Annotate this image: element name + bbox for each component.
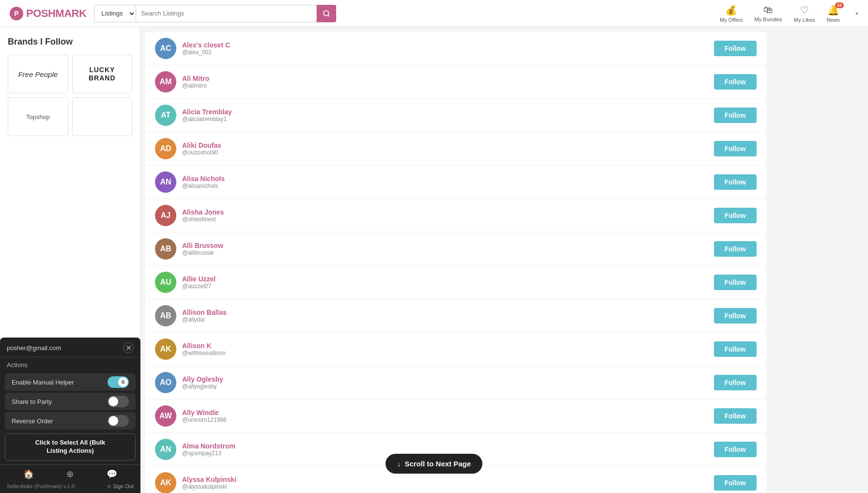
logo-text: POSHMARK <box>26 7 86 20</box>
logo[interactable]: P POSHMARK <box>10 7 86 20</box>
panel-section-title: Actions <box>0 357 140 371</box>
chat-icon[interactable]: 💬 <box>107 469 117 479</box>
follow-button[interactable]: Follow <box>714 141 757 156</box>
user-avatar: AC <box>155 38 176 59</box>
follow-button[interactable]: Follow <box>714 41 757 56</box>
user-info: Aliki Doufas @ouzoshot90 <box>182 141 714 156</box>
follow-button[interactable]: Follow <box>714 308 757 324</box>
user-row: AM Ali Mitro @alimitro Follow <box>145 65 766 99</box>
follow-button[interactable]: Follow <box>714 208 757 223</box>
user-handle: @alex_001 <box>182 49 714 56</box>
user-name: Alli Brussow <box>182 242 714 249</box>
home-icon[interactable]: 🏠 <box>23 469 34 479</box>
user-avatar: AM <box>155 71 176 92</box>
scroll-label: Scroll to Next Page <box>404 460 471 468</box>
user-row: AO Ally Oglesby @allyoglesby Follow <box>145 366 766 400</box>
brand-name-topshop: Topshop <box>26 113 50 121</box>
user-info: Allison Ballas @allydar <box>182 308 714 323</box>
user-handle: @ouzoshot90 <box>182 149 714 156</box>
user-list: AC Alex's closet C @alex_001 Follow AM A… <box>145 32 766 493</box>
user-avatar: AK <box>155 339 176 360</box>
share-party-toggle[interactable] <box>108 396 129 407</box>
reverse-order-label: Reverse Order <box>12 417 53 425</box>
likes-icon: ♡ <box>800 4 809 16</box>
follow-button[interactable]: Follow <box>714 475 757 491</box>
follow-button[interactable]: Follow <box>714 108 757 123</box>
follow-button[interactable]: Follow <box>714 74 757 90</box>
brand-grid: Free People LUCKYBRAND Topshop <box>8 55 132 136</box>
user-info: Ali Mitro @alimitro <box>182 75 714 89</box>
search-type-dropdown[interactable]: Listings People Brands <box>94 5 136 22</box>
nav-likes-label: My Likes <box>794 17 815 23</box>
user-handle: @auzzel27 <box>182 283 714 290</box>
search-input[interactable] <box>136 5 317 22</box>
header: P POSHMARK Listings People Brands 💰 My O… <box>0 0 868 27</box>
manual-helper-toggle[interactable]: ① <box>108 376 129 388</box>
nav-my-bundles[interactable]: 🛍 My Bundles <box>755 4 782 22</box>
brand-lucky[interactable]: LUCKYBRAND <box>72 55 133 93</box>
user-info: Alisa Nichols @alisanichols <box>182 175 714 189</box>
panel-email: posher@gmail.com <box>7 344 61 352</box>
user-info: Alisha Jones @ohiosfinest <box>182 208 714 223</box>
enable-manual-helper-row: Enable Manual Helper ① <box>5 373 136 391</box>
nav-bundles-label: My Bundles <box>755 16 782 22</box>
user-avatar: AO <box>155 372 176 393</box>
toggle-knob: ① <box>118 377 128 387</box>
search-button[interactable] <box>317 5 336 22</box>
user-handle: @ohiosfinest <box>182 216 714 223</box>
user-name: Alisa Nichols <box>182 175 714 183</box>
follow-button[interactable]: Follow <box>714 241 757 257</box>
news-badge: 33 <box>835 2 844 8</box>
follow-button[interactable]: Follow <box>714 275 757 290</box>
nav-my-likes[interactable]: ♡ My Likes <box>794 4 815 23</box>
user-avatar: AN <box>155 439 176 460</box>
follow-button[interactable]: Follow <box>714 442 757 457</box>
follow-button[interactable]: Follow <box>714 174 757 190</box>
sidebar-title: Brands I Follow <box>8 37 132 47</box>
share-to-party-row: Share to Party <box>5 393 136 410</box>
search-area: Listings People Brands <box>94 5 336 22</box>
user-info: Ally Windle @unicorn121986 <box>182 409 714 423</box>
reverse-order-toggle[interactable] <box>108 415 129 427</box>
panel-header: posher@gmail.com ✕ <box>0 338 140 357</box>
brand-name-free-people: Free People <box>18 70 58 78</box>
follow-button[interactable]: Follow <box>714 341 757 357</box>
nav-my-offers[interactable]: 💰 My Offers <box>720 4 743 23</box>
user-info: Alicia Tremblay @aliciatremblay1 <box>182 108 714 123</box>
brand-name-lucky: LUCKYBRAND <box>89 66 116 82</box>
user-handle: @alimitro <box>182 82 714 89</box>
user-name: Ally Windle <box>182 409 714 416</box>
user-info: Allison K @withloveallison <box>182 342 714 356</box>
select-all-button[interactable]: Click to Select All (BulkListing Actions… <box>5 433 136 461</box>
brand-empty <box>72 97 133 136</box>
signout-icon: ⎋ <box>108 483 111 489</box>
user-handle: @allyoglesby <box>182 383 714 390</box>
brand-free-people[interactable]: Free People <box>8 55 68 93</box>
user-row: AD Aliki Doufas @ouzoshot90 Follow <box>145 132 766 166</box>
user-info: Ally Oglesby @allyoglesby <box>182 375 714 390</box>
nav-news[interactable]: 🔔 33 News <box>826 4 840 23</box>
scroll-next-page-button[interactable]: ↓ Scroll to Next Page <box>386 454 482 474</box>
follow-button[interactable]: Follow <box>714 375 757 390</box>
user-avatar: AN <box>155 171 176 193</box>
offers-icon: 💰 <box>725 4 737 16</box>
user-name: Allison Ballas <box>182 308 714 316</box>
bundles-icon: 🛍 <box>763 4 773 15</box>
manual-helper-label: Enable Manual Helper <box>12 379 74 386</box>
user-row: AJ Alisha Jones @ohiosfinest Follow <box>145 199 766 232</box>
content-area: AC Alex's closet C @alex_001 Follow AM A… <box>140 27 771 493</box>
settings-icon[interactable]: ⊕ <box>66 469 74 479</box>
user-info: Alex's closet C @alex_001 <box>182 41 714 56</box>
user-row: AN Alisa Nichols @alisanichols Follow <box>145 166 766 199</box>
user-handle: @allydar <box>182 316 714 323</box>
panel-close-button[interactable]: ✕ <box>123 342 134 353</box>
user-name: Alma Nordstrom <box>182 442 714 450</box>
user-name: Alex's closet C <box>182 41 714 49</box>
brand-topshop[interactable]: Topshop <box>8 97 68 136</box>
user-name: Ally Oglesby <box>182 375 714 383</box>
follow-button[interactable]: Follow <box>714 408 757 424</box>
sign-out-button[interactable]: ⎋ Sign Out <box>108 483 134 489</box>
user-avatar: AD <box>155 138 176 159</box>
panel-footer: 🏠 ⊕ 💬 <box>0 464 140 481</box>
chevron-down-icon: ▾ <box>855 10 858 17</box>
